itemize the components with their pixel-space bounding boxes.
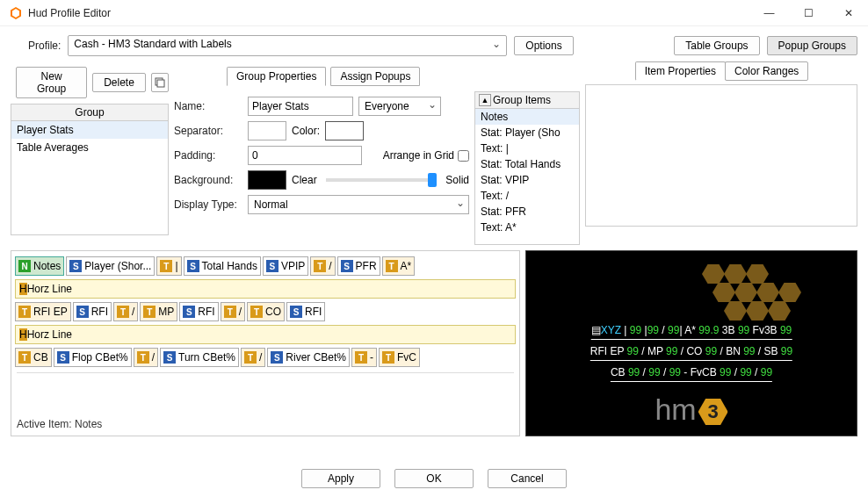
hud-preview: ▤XYZ | 99 |99 / 99| A* 99.9 3B 99 Fv3B 9… <box>525 250 857 436</box>
horz-line-chip[interactable]: HHorz Line <box>15 279 516 299</box>
opacity-slider[interactable] <box>326 178 438 182</box>
stat-chip[interactable]: NNotes <box>15 256 64 276</box>
dialog-buttons: Apply OK Cancel <box>0 469 868 488</box>
stat-chip[interactable]: T/ <box>241 348 265 367</box>
stat-chip[interactable]: TA* <box>382 256 416 276</box>
group-item-row[interactable]: Stat: PFR <box>475 204 579 220</box>
stat-chip[interactable]: SRiver CBet% <box>267 348 350 367</box>
group-list[interactable]: Player StatsTable Averages <box>11 121 169 235</box>
stat-chip[interactable]: TRFI EP <box>15 302 71 321</box>
display-type-select[interactable]: Normal <box>248 195 469 214</box>
stat-chip[interactable]: T- <box>351 348 377 367</box>
stat-chip[interactable]: STotal Hands <box>184 256 261 276</box>
profile-label: Profile: <box>28 40 61 52</box>
close-button[interactable]: ✕ <box>828 0 868 26</box>
bg-solid-label: Solid <box>445 174 469 186</box>
stat-chip[interactable]: TCO <box>247 302 285 321</box>
clone-group-button[interactable] <box>151 73 169 92</box>
arrange-grid-label: Arrange in Grid <box>383 149 469 162</box>
name-label: Name: <box>174 100 242 112</box>
stat-chip[interactable]: SRFI <box>73 302 112 321</box>
stat-chip[interactable]: SPFR <box>337 256 380 276</box>
background-color-swatch[interactable] <box>248 170 286 190</box>
group-list-header: Group <box>11 104 169 121</box>
popup-groups-button[interactable]: Popup Groups <box>767 36 857 55</box>
group-item-row[interactable]: Stat: Total Hands <box>475 156 579 172</box>
stat-chip[interactable]: STurn CBet% <box>160 348 239 367</box>
layout-editor[interactable]: NNotesSPlayer (Shor...T|STotal HandsSVPI… <box>11 250 520 436</box>
group-items-header[interactable]: ▲ Group Items <box>474 91 580 109</box>
options-button[interactable]: Options <box>514 36 573 55</box>
profile-select-value: Cash - HM3 Standard with Labels <box>74 38 231 50</box>
maximize-button[interactable]: ☐ <box>789 0 828 26</box>
tab-assign-popups[interactable]: Assign Popups <box>330 67 420 86</box>
group-row[interactable]: Player Stats <box>11 121 168 139</box>
minimize-button[interactable]: — <box>749 0 789 26</box>
sort-up-icon[interactable]: ▲ <box>479 94 491 106</box>
tab-item-properties[interactable]: Item Properties <box>635 61 726 81</box>
stat-chip[interactable]: T/ <box>221 302 245 321</box>
cancel-button[interactable]: Cancel <box>488 469 567 488</box>
tab-group-properties[interactable]: Group Properties <box>227 67 326 86</box>
padding-input[interactable] <box>248 146 362 165</box>
stat-chip[interactable]: SPlayer (Shor... <box>66 256 155 276</box>
table-groups-button[interactable]: Table Groups <box>674 36 759 55</box>
background-label: Background: <box>174 174 242 186</box>
svg-rect-3 <box>157 80 164 87</box>
active-item-label: Active Item: Notes <box>17 418 102 430</box>
stat-chip[interactable]: TCB <box>15 348 52 367</box>
stat-chip[interactable]: SRFI <box>286 302 325 321</box>
stat-chip[interactable]: T/ <box>134 348 158 367</box>
scope-select[interactable]: Everyone <box>358 97 441 116</box>
profile-select[interactable]: Cash - HM3 Standard with Labels <box>68 35 507 56</box>
apply-button[interactable]: Apply <box>301 469 380 488</box>
stat-chip[interactable]: SRFI <box>179 302 218 321</box>
stat-chip[interactable]: SFlop CBet% <box>54 348 132 367</box>
title-bar: Hud Profile Editor — ☐ ✕ <box>0 0 868 26</box>
arrange-grid-checkbox[interactable] <box>458 150 469 162</box>
separator-color-swatch[interactable] <box>325 121 364 140</box>
display-type-label: Display Type: <box>174 198 242 211</box>
group-item-row[interactable]: Notes <box>475 109 579 125</box>
tab-color-ranges[interactable]: Color Ranges <box>725 61 808 81</box>
group-item-row[interactable]: Text: A* <box>475 220 579 235</box>
group-item-row[interactable]: Stat: VPIP <box>475 172 579 188</box>
delete-group-button[interactable]: Delete <box>92 73 146 92</box>
separator-label: Separator: <box>174 125 242 137</box>
stat-chip[interactable]: T| <box>156 256 181 276</box>
group-item-row[interactable]: Stat: Player (Sho <box>475 125 579 140</box>
stat-chip[interactable]: TFvC <box>379 348 420 367</box>
group-item-row[interactable]: Text: | <box>475 140 579 156</box>
item-properties-panel <box>585 84 857 227</box>
bg-clear-label: Clear <box>292 174 317 186</box>
hm3-logo: hm3 <box>655 393 727 427</box>
new-group-button[interactable]: New Group <box>16 67 87 98</box>
group-row[interactable]: Table Averages <box>11 139 168 156</box>
separator-input[interactable] <box>248 121 286 140</box>
app-icon <box>9 6 23 20</box>
horz-line-chip[interactable]: HHorz Line <box>15 325 516 344</box>
color-label: Color: <box>292 125 320 137</box>
stat-chip[interactable]: TMP <box>140 302 177 321</box>
name-input[interactable] <box>248 97 353 116</box>
stat-chip[interactable]: SVPIP <box>263 256 308 276</box>
group-items-list[interactable]: NotesStat: Player (ShoText: |Stat: Total… <box>474 109 580 245</box>
top-bar: Profile: Cash - HM3 Standard with Labels… <box>0 26 868 61</box>
stat-chip[interactable]: T/ <box>113 302 138 321</box>
padding-label: Padding: <box>174 149 242 162</box>
group-item-row[interactable]: Text: / <box>475 188 579 204</box>
window-title: Hud Profile Editor <box>28 7 749 19</box>
ok-button[interactable]: OK <box>394 469 474 488</box>
stat-chip[interactable]: T/ <box>310 256 335 276</box>
